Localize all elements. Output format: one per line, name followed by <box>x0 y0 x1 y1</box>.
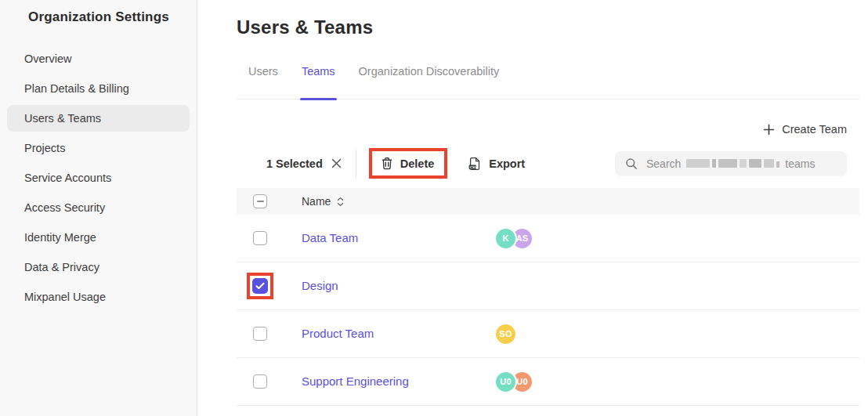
name-column-header[interactable]: Name <box>302 195 494 208</box>
sidebar-nav: OverviewPlan Details & BillingUsers & Te… <box>0 45 197 310</box>
table-header-row: Name <box>237 188 859 215</box>
team-name-cell: Data Team <box>302 231 494 245</box>
search-icon <box>625 157 638 170</box>
row-checkbox[interactable] <box>252 278 268 294</box>
tabs: UsersTeamsOrganization Discoverability <box>237 65 859 99</box>
checkbox-cell <box>253 374 267 389</box>
checkbox-wrap <box>253 231 267 245</box>
checkbox-cell <box>253 231 267 245</box>
annotation-box <box>247 273 273 299</box>
team-link-data-team[interactable]: Data Team <box>302 231 358 244</box>
table-row-design: Design <box>237 262 859 310</box>
selected-count-wrap: 1 Selected <box>266 157 342 170</box>
checkbox-wrap <box>253 374 267 389</box>
tab-users[interactable]: Users <box>247 65 280 99</box>
redacted-search-text <box>686 159 779 168</box>
team-link-support-engineering[interactable]: Support Engineering <box>302 374 409 388</box>
indeterminate-dash-icon <box>257 201 264 202</box>
sidebar-item-overview[interactable]: Overview <box>7 45 190 72</box>
sidebar-item-data-privacy[interactable]: Data & Privacy <box>7 254 190 280</box>
delete-button[interactable]: Delete <box>369 148 448 179</box>
toolbar-divider <box>356 150 356 178</box>
select-all-checkbox[interactable] <box>253 194 267 208</box>
search-placeholder: Search teams <box>646 157 815 170</box>
sidebar-title: Organization Settings <box>0 9 197 25</box>
export-button[interactable]: CSV Export <box>468 157 525 171</box>
sidebar-item-access-security[interactable]: Access Security <box>7 194 190 221</box>
table-row-data-team: Data TeamKAS <box>237 215 859 262</box>
member-avatar: U0 <box>494 371 517 393</box>
plus-icon <box>763 124 775 136</box>
tab-organization-discoverability[interactable]: Organization Discoverability <box>357 65 501 99</box>
member-avatar: K <box>494 227 517 250</box>
search-input[interactable]: Search teams <box>615 151 847 176</box>
checkbox-cell <box>253 278 267 294</box>
team-name-cell: Product Team <box>302 327 494 341</box>
sidebar-item-mixpanel-usage[interactable]: Mixpanel Usage <box>7 284 190 310</box>
create-team-button[interactable]: Create Team <box>763 123 847 136</box>
table-body: Data TeamKASDesignProduct TeamSOSupport … <box>237 215 859 406</box>
main-content: Users & Teams UsersTeamsOrganization Dis… <box>197 0 868 416</box>
table-row-product-team: Product TeamSO <box>237 310 859 358</box>
team-name-cell: Support Engineering <box>302 374 494 389</box>
team-link-design[interactable]: Design <box>302 279 338 292</box>
sidebar: Organization Settings OverviewPlan Detai… <box>0 0 197 416</box>
page-title: Users & Teams <box>237 16 859 38</box>
team-link-product-team[interactable]: Product Team <box>302 327 374 340</box>
teams-table: Name Data TeamKASDesignProduct TeamSOSup… <box>237 188 859 406</box>
member-avatar: SO <box>494 323 517 345</box>
svg-text:CSV: CSV <box>470 165 477 169</box>
checkbox-cell <box>253 327 267 341</box>
create-team-row: Create Team <box>237 123 859 136</box>
delete-label: Delete <box>400 157 435 170</box>
sidebar-item-service-accounts[interactable]: Service Accounts <box>7 165 190 191</box>
export-label: Export <box>489 157 525 170</box>
sort-icon <box>337 197 344 207</box>
sidebar-item-identity-merge[interactable]: Identity Merge <box>7 224 190 251</box>
selected-count: 1 Selected <box>266 157 323 170</box>
trash-icon <box>381 157 393 170</box>
clear-selection-button[interactable] <box>331 158 342 168</box>
sidebar-item-projects[interactable]: Projects <box>7 135 190 161</box>
team-members-cell: U0U0 <box>494 371 533 393</box>
row-checkbox[interactable] <box>253 327 267 341</box>
team-members-cell: SO <box>494 323 517 345</box>
tab-teams[interactable]: Teams <box>300 65 337 99</box>
team-name-cell: Design <box>302 279 494 293</box>
table-row-support-engineering: Support EngineeringU0U0 <box>237 358 859 406</box>
bulk-actions-toolbar: 1 Selected Delete <box>237 147 859 180</box>
checkbox-wrap <box>253 327 267 341</box>
csv-file-icon: CSV <box>468 157 482 171</box>
team-members-cell: KAS <box>494 227 533 250</box>
sidebar-item-plan-details-billing[interactable]: Plan Details & Billing <box>7 75 190 102</box>
create-team-label: Create Team <box>782 123 847 136</box>
row-checkbox[interactable] <box>253 374 267 389</box>
sidebar-item-users-teams[interactable]: Users & Teams <box>7 105 190 132</box>
row-checkbox[interactable] <box>253 231 267 245</box>
